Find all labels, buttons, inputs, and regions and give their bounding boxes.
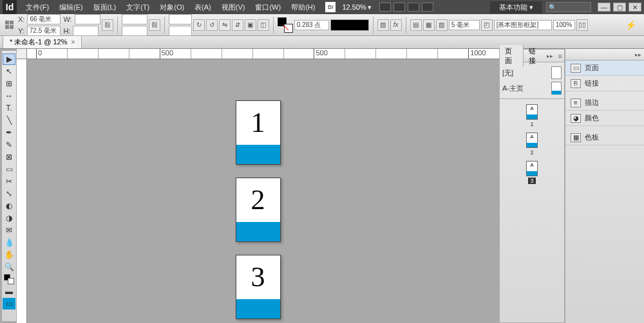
flip-v-icon[interactable]: ⇵: [232, 19, 243, 31]
menu-type[interactable]: 文字(T): [121, 3, 155, 12]
page-spread: 1 2 3: [236, 100, 281, 319]
hand-tool[interactable]: ✋: [3, 249, 15, 261]
zoom-dropdown-icon[interactable]: ▾: [366, 3, 373, 12]
note-tool[interactable]: ✉: [3, 225, 15, 236]
menu-file[interactable]: 文件(F): [21, 3, 54, 12]
page-tool[interactable]: ⊞: [3, 78, 15, 89]
menu-help[interactable]: 帮助(H): [286, 3, 320, 12]
rectangle-frame-tool[interactable]: ⊠: [3, 151, 15, 163]
link-scale-icon[interactable]: ⛓: [149, 19, 160, 31]
pencil-tool[interactable]: ✎: [3, 139, 15, 151]
fill-stroke-toggle[interactable]: [3, 273, 15, 285]
page-band: [236, 222, 280, 241]
select-content-icon[interactable]: ◫: [258, 19, 269, 31]
gradient-swatch-tool[interactable]: ◐: [3, 200, 15, 212]
gradient-feather-tool[interactable]: ◑: [3, 212, 15, 224]
ruler-origin[interactable]: [17, 49, 27, 59]
apply-color-icon[interactable]: ▬: [3, 286, 15, 297]
line-tool[interactable]: ╲: [3, 115, 15, 126]
dock-item-links[interactable]: ⎘ 链接: [565, 76, 644, 91]
opacity-input[interactable]: [553, 20, 575, 30]
rotate-cw-icon[interactable]: ↻: [193, 19, 205, 31]
scissors-tool[interactable]: ✂: [3, 176, 15, 187]
type-tool[interactable]: T.: [3, 102, 15, 114]
reference-point-icon[interactable]: [4, 19, 15, 31]
pen-tool[interactable]: ✒: [3, 127, 15, 138]
window-minimize-button[interactable]: —: [598, 3, 611, 12]
bridge-icon[interactable]: Br: [325, 2, 336, 12]
dock-item-color[interactable]: ◕ 颜色: [565, 111, 644, 126]
select-container-icon[interactable]: ▣: [245, 19, 256, 31]
stroke-swatch[interactable]: [284, 24, 293, 33]
w-input[interactable]: [75, 14, 100, 24]
dock-collapse-icon[interactable]: ▸▸: [635, 51, 641, 58]
menu-edit[interactable]: 编辑(E): [54, 3, 88, 12]
flip-h-icon[interactable]: ⇋: [219, 19, 231, 31]
view-mode-icon-4[interactable]: [422, 3, 433, 12]
h-input[interactable]: [73, 26, 99, 36]
dock-item-pages[interactable]: ▭ 页面: [565, 60, 644, 76]
horizontal-ruler[interactable]: 0 500 500 1000: [27, 49, 499, 59]
page-thumb-1[interactable]: A: [526, 104, 538, 120]
text-wrap-icon-3[interactable]: ▧: [436, 19, 448, 31]
menu-table[interactable]: 表(A): [189, 3, 216, 12]
menu-view[interactable]: 视图(V): [216, 3, 251, 12]
workspace-switcher[interactable]: 基本功能 ▾: [490, 1, 542, 14]
vertical-ruler[interactable]: [17, 59, 27, 323]
fx-icon[interactable]: fx: [390, 19, 402, 31]
master-none[interactable]: [无]: [502, 65, 562, 80]
object-style-dropdown[interactable]: [494, 20, 552, 30]
shear-input[interactable]: [169, 26, 192, 36]
gap-tool[interactable]: ↔: [3, 90, 15, 102]
dock-item-stroke[interactable]: ≡ 描边: [565, 95, 644, 111]
free-transform-tool[interactable]: ⤡: [3, 188, 15, 199]
stroke-style-dropdown[interactable]: [330, 19, 369, 31]
y-input[interactable]: [27, 26, 61, 36]
rectangle-tool[interactable]: ▭: [3, 163, 15, 175]
canvas[interactable]: 0 500 500 1000 1 2 3: [17, 49, 499, 323]
zoom-tool[interactable]: 🔍: [3, 261, 15, 273]
selection-tool[interactable]: ▶: [3, 53, 15, 65]
rotate-ccw-icon[interactable]: ↺: [206, 19, 218, 31]
menu-object[interactable]: 对象(O): [155, 3, 189, 12]
page-1[interactable]: 1: [236, 100, 281, 165]
align-icon[interactable]: ▯▯: [576, 19, 588, 31]
page-thumb-2[interactable]: A: [526, 133, 538, 148]
color-icon: ◕: [571, 114, 581, 123]
menu-window[interactable]: 窗口(W): [250, 3, 286, 12]
search-field[interactable]: 🔍: [546, 2, 591, 12]
gap-input[interactable]: [449, 20, 480, 30]
constrain-icon[interactable]: ⛓: [102, 19, 113, 31]
text-wrap-icon-2[interactable]: ▦: [423, 19, 435, 31]
rotation-input[interactable]: [169, 14, 192, 24]
scale-y-input[interactable]: [122, 26, 147, 36]
window-maximize-button[interactable]: ▢: [613, 3, 626, 12]
panel-menu-icon[interactable]: ≡: [556, 52, 564, 60]
x-input[interactable]: [27, 14, 61, 24]
text-wrap-icon-1[interactable]: ▤: [410, 19, 422, 31]
tab-close-icon[interactable]: ×: [71, 39, 75, 46]
page-3[interactable]: 3: [236, 255, 281, 319]
corner-options-icon[interactable]: ◰: [481, 19, 493, 31]
panel-collapse-icon[interactable]: ▸▸: [547, 53, 553, 59]
document-tab[interactable]: * 未命名-1 @ 12% ×: [3, 35, 82, 48]
page-2[interactable]: 2: [236, 178, 281, 242]
window-close-button[interactable]: ✕: [629, 3, 641, 12]
eyedropper-tool[interactable]: 💧: [3, 237, 15, 248]
view-mode-tool[interactable]: ▭: [3, 298, 15, 309]
view-mode-icon-1[interactable]: [379, 3, 391, 12]
quick-apply-icon[interactable]: ⚡: [625, 20, 640, 30]
right-panels: 页面 链接 ▸▸ ≡ [无] A-主页 A 1: [499, 49, 644, 323]
zoom-level[interactable]: 12.50%: [342, 3, 366, 11]
scale-x-input[interactable]: [122, 14, 147, 24]
page-thumbnails: A 1 A 2 A 3: [500, 99, 564, 322]
direct-selection-tool[interactable]: ↖: [3, 66, 15, 77]
page-thumb-3[interactable]: A: [526, 161, 538, 176]
menu-layout[interactable]: 版面(L): [88, 3, 121, 12]
master-a[interactable]: A-主页: [502, 80, 562, 96]
effects-icon[interactable]: ▨: [377, 19, 389, 31]
stroke-weight-input[interactable]: [294, 20, 329, 30]
dock-item-swatches[interactable]: ▦ 色板: [565, 130, 644, 145]
view-mode-icon-2[interactable]: [393, 3, 405, 12]
view-mode-icon-3[interactable]: [408, 3, 419, 12]
